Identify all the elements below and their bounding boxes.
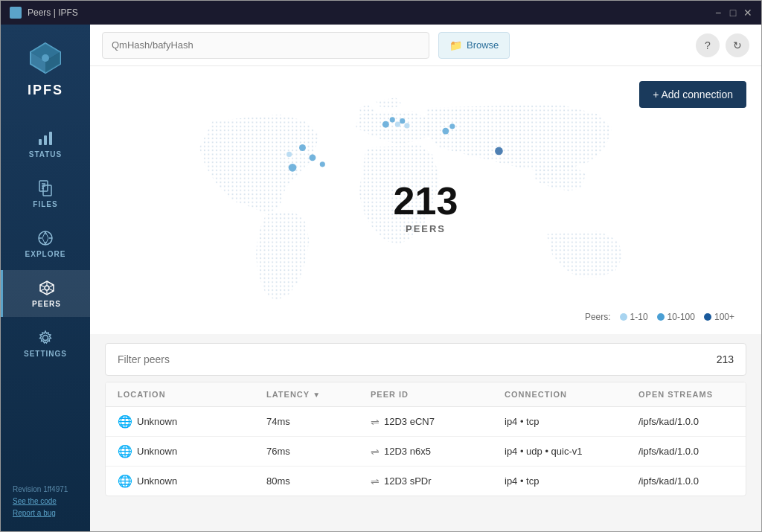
filter-count: 213 bbox=[717, 353, 734, 365]
app-window: Peers | IPFS − □ ✕ IPFS bbox=[0, 0, 762, 532]
svg-point-32 bbox=[289, 164, 297, 172]
cell-latency-1: 76ms bbox=[266, 446, 371, 457]
world-map: 213 PEERS Peers: 1-10 10-100 bbox=[105, 81, 746, 334]
window-controls[interactable]: − □ ✕ bbox=[714, 8, 752, 17]
globe-icon: 🌐 bbox=[118, 474, 132, 488]
browse-label: Browse bbox=[467, 39, 499, 51]
map-legend: Peers: 1-10 10-100 100+ bbox=[585, 312, 734, 322]
sort-icon: ▼ bbox=[313, 391, 321, 399]
peers-icon bbox=[38, 279, 56, 297]
cell-connection-1: ip4 • udp • quic-v1 bbox=[505, 446, 638, 457]
sidebar-item-files[interactable]: FILES bbox=[1, 170, 90, 217]
cell-location-1: 🌐 Unknown bbox=[118, 444, 266, 458]
cell-streams-1: /ipfs/kad/1.0.0 bbox=[638, 446, 734, 457]
globe-icon: 🌐 bbox=[118, 444, 132, 458]
svg-point-37 bbox=[382, 121, 389, 128]
peer-id-icon-1: ⇌ bbox=[371, 446, 380, 458]
svg-point-44 bbox=[495, 147, 503, 156]
files-icon bbox=[36, 179, 54, 197]
folder-icon: 📁 bbox=[449, 39, 462, 51]
cell-peerid-2: ⇌ 12D3 sPDr bbox=[371, 475, 505, 487]
sidebar-item-label-settings: SETTINGS bbox=[24, 350, 67, 358]
col-location: LOCATION bbox=[118, 390, 266, 399]
svg-point-41 bbox=[404, 123, 409, 128]
svg-point-39 bbox=[395, 122, 400, 127]
svg-point-34 bbox=[299, 144, 306, 151]
peers-table: LOCATION LATENCY ▼ PEER ID CONNECTION OP… bbox=[105, 382, 746, 496]
sidebar-item-status[interactable]: STATUS bbox=[1, 121, 90, 167]
legend-range-high: 100+ bbox=[714, 312, 734, 322]
filter-input[interactable] bbox=[118, 353, 717, 365]
cell-streams-0: /ipfs/kad/1.0.0 bbox=[638, 416, 734, 427]
legend-item-mid: 10-100 bbox=[657, 312, 695, 322]
cell-peerid-1: ⇌ 12D3 n6x5 bbox=[371, 446, 505, 458]
legend-item-low: 1-10 bbox=[620, 312, 648, 322]
sidebar-item-settings[interactable]: SETTINGS bbox=[1, 320, 90, 367]
sidebar-item-label-explore: EXPLORE bbox=[25, 250, 66, 258]
close-button[interactable]: ✕ bbox=[743, 8, 752, 17]
cell-location-2: 🌐 Unknown bbox=[118, 474, 266, 488]
svg-rect-7 bbox=[49, 132, 52, 145]
cell-peerid-0: ⇌ 12D3 eCN7 bbox=[371, 416, 505, 428]
svg-point-36 bbox=[320, 161, 325, 167]
top-bar: 📁 Browse ? ↻ bbox=[90, 25, 761, 66]
maximize-button[interactable]: □ bbox=[729, 8, 737, 17]
ipfs-logo-icon bbox=[27, 39, 64, 77]
report-bug-link[interactable]: Report a bug bbox=[13, 509, 56, 517]
help-button[interactable]: ? bbox=[696, 33, 720, 57]
sidebar: IPFS STATUS FILES EXPLORE bbox=[1, 25, 90, 531]
explore-icon bbox=[36, 229, 54, 247]
peer-id-icon-0: ⇌ bbox=[371, 416, 380, 428]
table-row: 🌐 Unknown 80ms ⇌ 12D3 sPDr ip4 • tcp /ip… bbox=[106, 467, 746, 496]
table-row: 🌐 Unknown 74ms ⇌ 12D3 eCN7 ip4 • tcp /ip… bbox=[106, 407, 746, 437]
svg-point-33 bbox=[309, 154, 316, 161]
svg-rect-6 bbox=[44, 135, 47, 145]
settings-icon bbox=[36, 329, 54, 347]
svg-line-28 bbox=[49, 285, 54, 287]
revision-text: Revision 1ff4971 bbox=[13, 485, 68, 493]
cell-connection-0: ip4 • tcp bbox=[505, 416, 638, 427]
top-bar-right: ? ↻ bbox=[696, 33, 749, 57]
see-code-link[interactable]: See the code bbox=[13, 497, 57, 505]
legend-dot-mid bbox=[657, 313, 665, 321]
legend-range-mid: 10-100 bbox=[667, 312, 695, 322]
svg-point-23 bbox=[45, 286, 49, 290]
sidebar-item-label-files: FILES bbox=[33, 200, 57, 208]
refresh-button[interactable]: ↻ bbox=[726, 33, 749, 57]
col-peer-id: PEER ID bbox=[371, 390, 505, 399]
legend-item-high: 100+ bbox=[704, 312, 734, 322]
map-section: + Add connection bbox=[90, 66, 761, 334]
minimize-button[interactable]: − bbox=[714, 8, 723, 17]
legend-label: Peers: bbox=[585, 312, 611, 322]
cell-location-0: 🌐 Unknown bbox=[118, 414, 266, 429]
cell-latency-0: 74ms bbox=[266, 416, 371, 427]
sidebar-nav: STATUS FILES EXPLORE PEERS bbox=[1, 121, 90, 472]
globe-icon: 🌐 bbox=[118, 414, 132, 429]
table-section: 213 LOCATION LATENCY ▼ PEER ID CONNECTIO… bbox=[90, 334, 761, 531]
svg-rect-5 bbox=[39, 139, 42, 145]
table-header: LOCATION LATENCY ▼ PEER ID CONNECTION OP… bbox=[106, 382, 746, 407]
legend-range-low: 1-10 bbox=[630, 312, 648, 322]
col-open-streams: OPEN STREAMS bbox=[638, 390, 734, 399]
svg-point-4 bbox=[42, 54, 49, 62]
svg-point-43 bbox=[449, 124, 455, 129]
peers-label: PEERS bbox=[394, 223, 458, 234]
title-bar-left: Peers | IPFS bbox=[10, 7, 78, 19]
svg-point-38 bbox=[390, 117, 395, 122]
svg-line-27 bbox=[49, 289, 54, 292]
title-bar: Peers | IPFS − □ ✕ bbox=[1, 1, 761, 25]
sidebar-item-peers[interactable]: PEERS bbox=[1, 270, 90, 317]
svg-point-35 bbox=[286, 152, 292, 157]
sidebar-item-label-status: STATUS bbox=[29, 150, 63, 158]
peers-count-overlay: 213 PEERS bbox=[394, 182, 458, 234]
sidebar-logo: IPFS bbox=[27, 39, 64, 98]
path-input[interactable] bbox=[112, 39, 420, 51]
path-input-wrap bbox=[102, 32, 429, 59]
sidebar-logo-text: IPFS bbox=[28, 83, 63, 98]
browse-button[interactable]: 📁 Browse bbox=[438, 32, 510, 59]
sidebar-item-explore[interactable]: EXPLORE bbox=[1, 220, 90, 267]
filter-bar: 213 bbox=[105, 343, 746, 376]
sidebar-item-label-peers: PEERS bbox=[32, 300, 61, 308]
svg-line-26 bbox=[40, 285, 45, 287]
cell-connection-2: ip4 • tcp bbox=[505, 475, 638, 487]
